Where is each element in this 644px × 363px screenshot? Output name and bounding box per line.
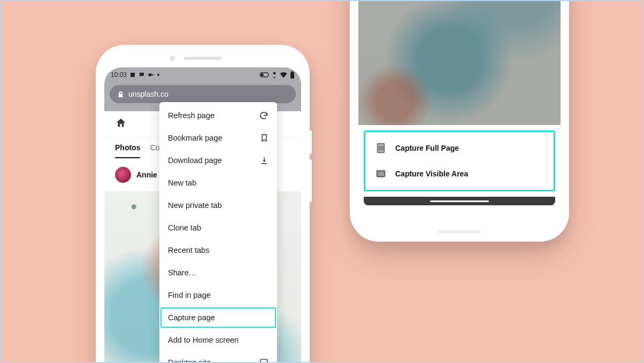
data-icon (272, 72, 277, 78)
url-pill[interactable]: unsplash.co (110, 85, 296, 103)
menu-item-label: Download page (168, 156, 222, 165)
menu-bookmark[interactable]: Bookmark page (159, 127, 277, 149)
menu-item-label: Capture page (168, 313, 215, 322)
menu-new-tab[interactable]: New tab (159, 172, 277, 194)
photo-dimmed-backdrop (358, 0, 561, 125)
bookmark-icon (260, 133, 269, 143)
menu-share[interactable]: Share… (159, 261, 277, 284)
svg-point-4 (261, 74, 263, 76)
menu-desktop-site[interactable]: Desktop site (159, 351, 277, 363)
wifi-icon (280, 72, 287, 78)
phone-left-screen: 10:03 (104, 67, 301, 363)
menu-add-to-home[interactable]: Add to Home screen (159, 329, 277, 351)
menu-new-private-tab[interactable]: New private tab (159, 194, 277, 217)
capture-full-page[interactable]: Capture Full Page (370, 135, 549, 161)
menu-item-label: Recent tabs (168, 246, 209, 254)
url-text: unsplash.co (128, 90, 168, 98)
gesture-handle-icon (430, 200, 489, 202)
phone-right-screen: Capture Full Page Capture Visible Area (358, 0, 561, 219)
phone-chin-grille (438, 230, 481, 233)
vpn-icon (259, 72, 269, 78)
refresh-icon (259, 111, 269, 120)
svg-rect-11 (377, 171, 385, 177)
menu-item-label: Find in page (168, 291, 211, 299)
menu-capture-page[interactable]: Capture page (159, 306, 277, 329)
lock-icon (117, 91, 124, 98)
svg-rect-7 (292, 71, 293, 72)
phone-side-button (310, 130, 312, 154)
video-icon (148, 72, 154, 78)
menu-refresh[interactable]: Refresh page (159, 104, 277, 127)
sheet-item-label: Capture Full Page (395, 144, 459, 152)
dot-icon (157, 72, 160, 78)
screenshot-icon (129, 72, 136, 78)
browser-overflow-menu: Refresh page Bookmark page Download page… (159, 102, 277, 363)
phone-right-frame: Capture Full Page Capture Visible Area (350, 0, 569, 242)
message-icon (139, 72, 145, 78)
android-status-bar: 10:03 (104, 67, 301, 82)
home-icon[interactable] (115, 117, 127, 132)
menu-item-label: Add to Home screen (168, 336, 239, 344)
checkbox-empty-icon (259, 358, 269, 364)
menu-recent-tabs[interactable]: Recent tabs (159, 239, 277, 261)
menu-item-label: Share… (168, 268, 196, 277)
menu-item-label: New tab (168, 179, 196, 187)
status-time: 10:03 (111, 71, 127, 79)
battery-icon (290, 71, 295, 79)
svg-point-2 (157, 74, 159, 76)
phone-camera-dot (170, 56, 175, 61)
tab-photos[interactable]: Photos (115, 143, 140, 158)
phone-left-frame: 10:03 (96, 45, 310, 363)
visible-area-icon (375, 168, 387, 180)
svg-rect-10 (378, 145, 385, 150)
svg-rect-6 (290, 72, 294, 79)
menu-item-label: Refresh page (168, 111, 214, 120)
sheet-item-label: Capture Visible Area (395, 169, 468, 178)
svg-rect-1 (149, 74, 152, 76)
phone-speaker-grille (184, 57, 221, 60)
download-icon (260, 156, 269, 165)
menu-item-label: Desktop site (168, 358, 211, 363)
capture-visible-area[interactable]: Capture Visible Area (370, 161, 549, 187)
menu-item-label: Bookmark page (168, 134, 223, 142)
avatar (115, 167, 131, 183)
menu-item-label: Clone tab (168, 223, 201, 232)
menu-item-label: New private tab (168, 201, 222, 210)
menu-download[interactable]: Download page (159, 149, 277, 172)
full-page-icon (375, 142, 387, 154)
capture-page-bottom-sheet: Capture Full Page Capture Visible Area (364, 130, 555, 191)
menu-clone-tab[interactable]: Clone tab (159, 217, 277, 239)
svg-point-5 (273, 72, 276, 75)
menu-find-in-page[interactable]: Find in page (159, 284, 277, 306)
android-nav-bar[interactable] (364, 197, 555, 205)
phone-side-button (310, 159, 312, 202)
svg-rect-0 (131, 73, 135, 77)
svg-rect-8 (260, 359, 267, 363)
